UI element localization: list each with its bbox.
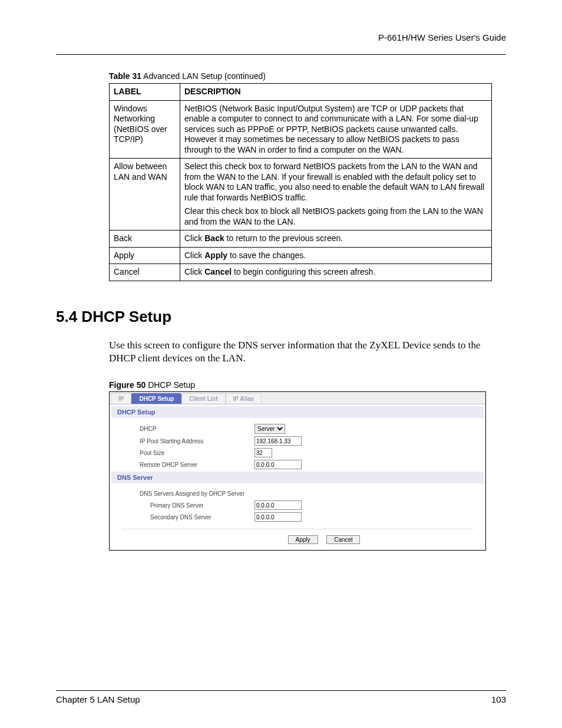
table-row: Apply Click Apply to save the changes.: [110, 247, 492, 264]
tab-bar: IP DHCP Setup Client List IP Alias: [110, 392, 485, 404]
row-secondary-dns: Secondary DNS Server: [150, 511, 485, 523]
header-rule: [56, 54, 506, 55]
select-dhcp[interactable]: Server: [254, 424, 285, 434]
guide-title: P-661H/HW Series User's Guide: [56, 32, 506, 42]
section-heading: 5.4 DHCP Setup: [56, 308, 506, 326]
cell-desc: Click Apply to save the changes.: [180, 247, 492, 264]
tab-client-list[interactable]: Client List: [181, 393, 225, 404]
label-secondary-dns: Secondary DNS Server: [150, 514, 254, 521]
tab-ip-alias[interactable]: IP Alias: [226, 393, 262, 404]
label-dhcp: DHCP: [140, 426, 254, 432]
row-primary-dns: Primary DNS Server: [150, 499, 485, 511]
cell-desc: Click Back to return to the previous scr…: [180, 230, 492, 248]
table-row: Cancel Click Cancel to begin configuring…: [110, 264, 492, 281]
cell-desc: NetBIOS (Network Basic Input/Output Syst…: [180, 100, 492, 159]
section-body: Use this screen to configure the DNS ser…: [109, 339, 506, 366]
cell-label: Allow between LAN and WAN: [110, 159, 180, 230]
dotted-separator: [122, 529, 473, 529]
panel-body: DHCP Setup DHCP Server IP Pool Starting …: [110, 404, 485, 550]
table-caption: Table 31 Advanced LAN Setup (continued): [109, 71, 506, 81]
footer-rule: [56, 690, 506, 691]
cell-label: Back: [110, 230, 180, 248]
tab-dhcp-setup[interactable]: DHCP Setup: [131, 393, 181, 404]
table-caption-bold: Table 31: [109, 71, 141, 81]
table-header-row: LABEL DESCRIPTION: [110, 84, 492, 101]
row-ip-pool: IP Pool Starting Address: [140, 435, 485, 447]
footer-chapter: Chapter 5 LAN Setup: [56, 694, 140, 704]
figure-caption: Figure 50 DHCP Setup: [109, 380, 506, 390]
label-dns-assigned: DNS Servers Assigned by DHCP Server: [140, 488, 485, 499]
cell-desc: Click Cancel to begin configuring this s…: [180, 264, 492, 281]
input-pool-size[interactable]: [254, 448, 272, 457]
cell-label: Windows Networking (NetBIOS over TCP/IP): [110, 100, 180, 159]
advanced-lan-table: LABEL DESCRIPTION Windows Networking (Ne…: [109, 83, 492, 281]
input-primary-dns[interactable]: [254, 500, 302, 510]
figure-caption-rest: DHCP Setup: [146, 380, 195, 390]
label-primary-dns: Primary DNS Server: [150, 502, 254, 509]
apply-button[interactable]: Apply: [288, 535, 318, 544]
row-dhcp: DHCP Server: [140, 423, 485, 435]
cancel-button[interactable]: Cancel: [326, 535, 360, 544]
table-row: Allow between LAN and WAN Select this ch…: [110, 159, 492, 230]
th-desc: DESCRIPTION: [180, 84, 492, 101]
table-row: Back Click Back to return to the previou…: [110, 230, 492, 248]
cell-label: Apply: [110, 247, 180, 264]
table-row: Windows Networking (NetBIOS over TCP/IP)…: [110, 100, 492, 159]
input-remote-dhcp[interactable]: [254, 460, 302, 469]
row-pool-size: Pool Size: [140, 447, 485, 459]
dhcp-setup-header: DHCP Setup: [111, 406, 484, 418]
th-label: LABEL: [110, 84, 180, 101]
page-header: P-661H/HW Series User's Guide: [56, 32, 506, 55]
table-caption-rest: Advanced LAN Setup (continued): [141, 71, 266, 81]
label-ip-pool: IP Pool Starting Address: [140, 438, 254, 444]
button-row: Apply Cancel: [163, 534, 485, 544]
row-remote-dhcp: Remote DHCP Server: [140, 459, 485, 470]
page-footer: Chapter 5 LAN Setup 103: [56, 690, 506, 704]
label-pool-size: Pool Size: [140, 450, 254, 456]
input-secondary-dns[interactable]: [254, 512, 302, 522]
dhcp-setup-screenshot: IP DHCP Setup Client List IP Alias DHCP …: [109, 391, 486, 551]
footer-page-number: 103: [491, 694, 506, 704]
tab-ip[interactable]: IP: [111, 393, 131, 404]
dns-server-header: DNS Server: [111, 472, 484, 483]
cell-desc: Select this check box to forward NetBIOS…: [180, 159, 492, 230]
input-ip-pool[interactable]: [254, 436, 302, 446]
cell-label: Cancel: [110, 264, 180, 281]
label-remote-dhcp: Remote DHCP Server: [140, 462, 254, 468]
figure-caption-bold: Figure 50: [109, 380, 146, 390]
